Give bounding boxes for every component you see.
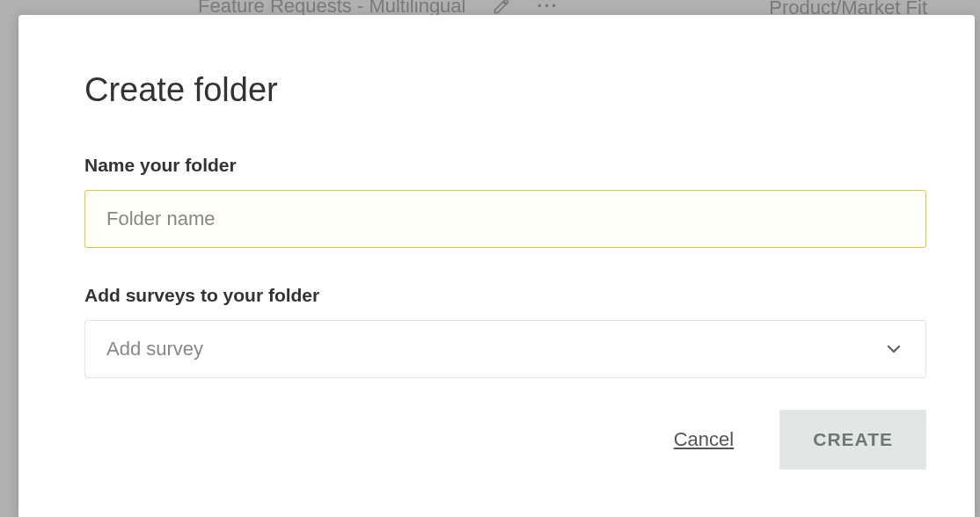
background-row: Feature Requests - Multilingual ··· Prod… xyxy=(0,0,980,16)
chevron-down-icon xyxy=(883,339,904,360)
bg-survey-title-left: Feature Requests - Multilingual xyxy=(198,0,465,16)
more-icon: ··· xyxy=(538,0,557,16)
modal-actions: Cancel CREATE xyxy=(84,410,926,470)
name-field-label: Name your folder xyxy=(84,155,926,176)
survey-field-block: Add surveys to your folder Add survey xyxy=(84,285,926,378)
bg-survey-title-right: Product/Market Fit xyxy=(769,0,927,16)
modal-title: Create folder xyxy=(84,71,926,109)
cancel-button[interactable]: Cancel xyxy=(674,428,734,451)
select-placeholder: Add survey xyxy=(106,338,203,360)
create-button[interactable]: CREATE xyxy=(779,410,926,470)
add-survey-select[interactable]: Add survey xyxy=(84,320,926,378)
folder-name-input[interactable] xyxy=(84,190,926,248)
create-folder-modal: Create folder Name your folder Add surve… xyxy=(18,15,975,517)
pencil-icon xyxy=(492,0,511,16)
survey-field-label: Add surveys to your folder xyxy=(84,285,926,306)
name-field-block: Name your folder xyxy=(84,155,926,248)
